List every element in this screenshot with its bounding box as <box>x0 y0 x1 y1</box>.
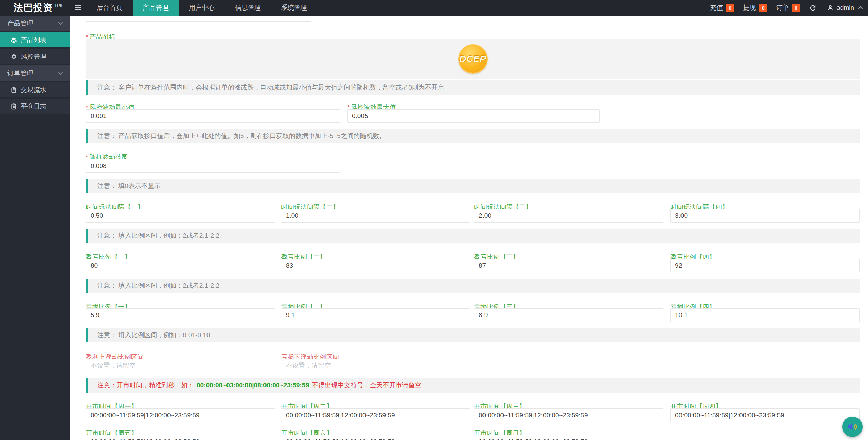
layers-icon <box>10 37 17 43</box>
sound-fab-button[interactable] <box>842 417 863 437</box>
sidebar-item-label: 平仓日志 <box>21 102 46 111</box>
app-logo-version: TP6 <box>54 3 62 8</box>
open-time-wed-input[interactable] <box>474 408 663 422</box>
refresh-icon[interactable] <box>809 4 817 12</box>
note-api-offset: 注意： 产品获取接口值后，会加上+-此处的值。如5，则在接口获取的数据中加上-5… <box>86 129 860 143</box>
sidebar-item-label: 产品列表 <box>21 36 46 44</box>
profit-float-input[interactable] <box>86 359 275 372</box>
sidebar-item-close-position-log[interactable]: 平仓日志 <box>0 99 70 114</box>
chevron-down-icon <box>58 20 63 25</box>
time-interval-4-input[interactable] <box>670 209 860 223</box>
chevron-down-icon <box>58 70 63 75</box>
sidebar-group-product-management[interactable]: 产品管理 <box>0 16 70 31</box>
recharge-label: 充值 <box>710 3 723 12</box>
clipboard-icon <box>10 87 17 93</box>
truncated-top-input[interactable] <box>86 16 311 22</box>
note-zero-hidden: 注意： 填0表示不显示 <box>86 179 860 193</box>
loss-ratio-4-input[interactable] <box>670 308 860 322</box>
loss-ratio-1-input[interactable] <box>86 308 275 322</box>
speaker-icon <box>846 421 859 433</box>
profit-ratio-2-input[interactable] <box>281 259 470 272</box>
hamburger-icon[interactable] <box>70 0 86 16</box>
time-interval-3-input[interactable] <box>474 209 663 223</box>
note-order-random: 注意： 客户订单在条件范围内时，会根据订单的涨或跌，自动减或加最小值与最大值之间… <box>86 80 860 95</box>
order-badge: 0 <box>792 4 800 12</box>
user-menu[interactable]: admin <box>827 4 862 12</box>
recharge-counter[interactable]: 充值 0 <box>710 3 734 12</box>
top-navbar: 法巴投资 TP6 后台首页 产品管理 用户中心 信息管理 系统管理 充值 0 提… <box>0 0 868 16</box>
random-range-input[interactable] <box>86 159 340 173</box>
tab-info-management[interactable]: 信息管理 <box>225 0 271 16</box>
tab-system-management[interactable]: 系统管理 <box>271 0 317 16</box>
sidebar-item-label: 交易流水 <box>21 85 46 94</box>
open-time-sun-input[interactable] <box>474 435 663 440</box>
note-market-time: 注意：开市时间，精准到秒，如： 00:00:00~03:00:00|08:00:… <box>86 378 860 393</box>
gear-icon <box>10 53 17 60</box>
open-time-thu-input[interactable] <box>670 408 860 422</box>
clipboard-icon <box>10 103 17 110</box>
sidebar-group-order-management[interactable]: 订单管理 <box>0 65 70 81</box>
loss-ratio-3-input[interactable] <box>474 308 663 322</box>
loss-float-input[interactable] <box>281 359 470 372</box>
sidebar: 产品管理 产品列表 风控管理 订单管理 <box>0 16 70 440</box>
open-time-sat-input[interactable] <box>281 435 470 440</box>
navbar-right: 充值 0 提现 0 订单 0 admin <box>710 0 868 16</box>
app-logo-text: 法巴投资 <box>14 1 53 14</box>
risk-min-input[interactable] <box>86 109 340 123</box>
product-edit-form: 产品图标 DCEP 注意： 客户订单在条件范围内时，会根据订单的涨或跌，自动减或… <box>70 16 868 440</box>
admin-page: 法巴投资 TP6 后台首页 产品管理 用户中心 信息管理 系统管理 充值 0 提… <box>0 0 868 440</box>
open-time-mon-input[interactable] <box>86 408 275 422</box>
open-time-tue-input[interactable] <box>281 408 470 422</box>
time-interval-2-input[interactable] <box>281 209 470 223</box>
withdraw-badge: 0 <box>759 4 767 12</box>
tab-dashboard[interactable]: 后台首页 <box>86 0 133 16</box>
tab-product-management[interactable]: 产品管理 <box>133 0 179 16</box>
sidebar-group-label: 产品管理 <box>7 19 33 28</box>
sidebar-item-product-list[interactable]: 产品列表 <box>0 32 70 47</box>
withdraw-label: 提现 <box>743 3 756 12</box>
note-ratio-example-1: 注意： 填入比例区间，例如：2或者2.1-2.2 <box>86 229 860 243</box>
profit-ratio-1-input[interactable] <box>86 259 275 272</box>
open-time-fri-input[interactable] <box>86 435 275 440</box>
recharge-badge: 0 <box>726 4 734 12</box>
withdraw-counter[interactable]: 提现 0 <box>743 3 767 12</box>
sidebar-item-label: 风控管理 <box>21 52 46 61</box>
time-interval-1-input[interactable] <box>86 209 275 223</box>
chevron-up-icon <box>858 6 863 11</box>
user-icon <box>827 4 834 11</box>
app-logo: 法巴投资 TP6 <box>0 0 70 16</box>
risk-max-input[interactable] <box>347 109 600 123</box>
coin-text: DCEP <box>459 54 486 64</box>
product-icon-upload-area[interactable]: DCEP <box>86 39 860 79</box>
sidebar-item-transaction-flow[interactable]: 交易流水 <box>0 82 70 97</box>
username: admin <box>836 4 854 12</box>
order-label: 订单 <box>776 3 789 12</box>
profit-ratio-3-input[interactable] <box>474 259 663 272</box>
sidebar-item-risk-management[interactable]: 风控管理 <box>0 49 70 64</box>
note-ratio-example-2: 注意： 填入比例区间，例如：2或者2.1-2.2 <box>86 279 860 293</box>
profit-ratio-4-input[interactable] <box>670 259 860 272</box>
loss-ratio-2-input[interactable] <box>281 308 470 322</box>
note-ratio-example-3: 注意： 填入比例区间，例如：0.01-0.10 <box>86 328 860 342</box>
order-counter[interactable]: 订单 0 <box>776 3 800 12</box>
tab-user-center[interactable]: 用户中心 <box>179 0 225 16</box>
main-nav-tabs: 后台首页 产品管理 用户中心 信息管理 系统管理 <box>86 0 317 16</box>
product-coin-image: DCEP <box>458 44 488 74</box>
sidebar-group-label: 订单管理 <box>7 69 33 78</box>
